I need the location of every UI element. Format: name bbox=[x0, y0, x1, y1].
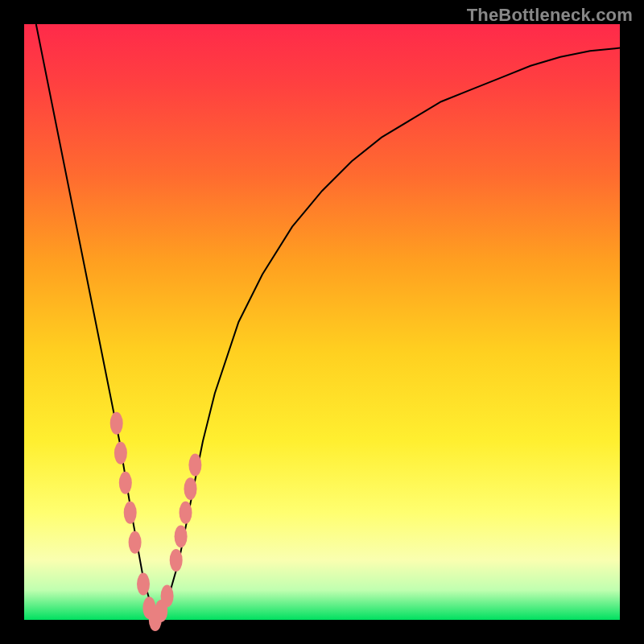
marker-group bbox=[110, 412, 202, 631]
marker-dot bbox=[170, 549, 183, 572]
marker-dot bbox=[110, 412, 123, 435]
bottleneck-curve bbox=[36, 24, 620, 620]
watermark-text: TheBottleneck.com bbox=[467, 5, 633, 26]
marker-dot bbox=[175, 525, 188, 547]
marker-dot bbox=[180, 502, 192, 524]
marker-dot bbox=[161, 584, 174, 607]
marker-dot bbox=[184, 477, 197, 500]
marker-dot bbox=[137, 573, 150, 596]
marker-dot bbox=[124, 502, 137, 524]
marker-dot bbox=[119, 472, 132, 494]
marker-dot bbox=[129, 531, 142, 554]
plot-area bbox=[24, 24, 620, 620]
marker-dot bbox=[114, 442, 127, 464]
curve-svg bbox=[24, 24, 620, 620]
chart-stage: TheBottleneck.com bbox=[0, 0, 644, 644]
marker-dot bbox=[188, 454, 201, 477]
